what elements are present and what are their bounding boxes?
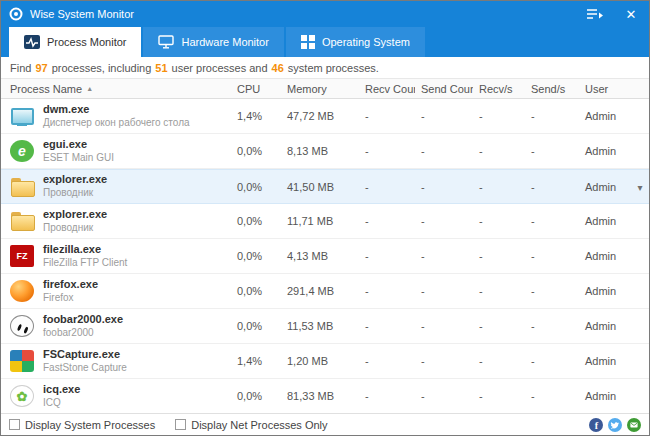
memory-value: 1,20 MB	[281, 355, 359, 367]
cpu-value: 0,0%	[231, 181, 281, 193]
process-name: icq.exe	[43, 383, 80, 397]
recv-per-s-value: -	[473, 145, 525, 157]
process-description: FastStone Capture	[43, 362, 127, 375]
folder-icon	[10, 209, 34, 233]
table-row[interactable]: icq.exe ICQ 0,0% 81,33 MB - - - - Admin …	[1, 379, 649, 413]
column-header-user[interactable]: User	[579, 83, 631, 95]
column-header-recv-count[interactable]: Recv Count	[359, 83, 415, 95]
recv-count-value: -	[359, 285, 415, 297]
tab-label: Hardware Monitor	[181, 36, 268, 48]
recv-per-s-value: -	[473, 285, 525, 297]
close-icon: ✕	[626, 7, 637, 22]
table-row[interactable]: FSCapture.exe FastStone Capture 1,4% 1,2…	[1, 344, 649, 379]
row-actions: ▾	[631, 320, 649, 332]
process-description: foobar2000	[43, 327, 123, 340]
process-name-cell: dwm.exe Диспетчер окон рабочего стола	[1, 103, 231, 129]
sort-asc-icon: ▲	[86, 85, 93, 92]
monitor-icon	[158, 35, 174, 49]
foobar-icon	[10, 315, 34, 337]
send-count-value: -	[415, 390, 473, 402]
recv-per-s-value: -	[473, 250, 525, 262]
send-per-s-value: -	[525, 355, 579, 367]
cpu-value: 1,4%	[231, 355, 281, 367]
display-system-processes-label: Display System Processes	[25, 419, 155, 431]
fscapture-icon	[10, 350, 34, 372]
cpu-value: 0,0%	[231, 250, 281, 262]
table-row[interactable]: explorer.exe Проводник 0,0% 11,71 MB - -…	[1, 204, 649, 239]
cpu-value: 0,0%	[231, 320, 281, 332]
cpu-value: 1,4%	[231, 110, 281, 122]
display-net-processes-checkbox[interactable]	[175, 419, 186, 430]
summary-text: processes, including	[52, 62, 152, 74]
user-process-count: 51	[155, 62, 167, 74]
tab-operating-system[interactable]: Operating System	[286, 27, 425, 57]
column-header-process-name[interactable]: Process Name ▲	[1, 83, 231, 95]
column-header-recv-s[interactable]: Recv/s	[473, 83, 525, 95]
table-row[interactable]: filezilla.exe FileZilla FTP Client 0,0% …	[1, 239, 649, 274]
table-header: Process Name ▲ CPU Memory Recv Count Sen…	[1, 79, 649, 99]
process-name-cell: egui.exe ESET Main GUI	[1, 138, 231, 164]
process-name-cell: icq.exe ICQ	[1, 383, 231, 409]
system-process-count: 46	[272, 62, 284, 74]
process-name: explorer.exe	[43, 208, 107, 222]
row-actions: ▾	[631, 145, 649, 157]
row-actions: ▾	[631, 250, 649, 262]
app-logo-icon	[9, 7, 23, 21]
recv-count-value: -	[359, 145, 415, 157]
recv-per-s-value: -	[473, 390, 525, 402]
process-list: dwm.exe Диспетчер окон рабочего стола 1,…	[1, 99, 649, 413]
summary-text: Find	[10, 62, 31, 74]
tab-hardware-monitor[interactable]: Hardware Monitor	[143, 27, 283, 57]
row-actions: ▾	[631, 285, 649, 297]
send-per-s-value: -	[525, 145, 579, 157]
user-value: Admin	[579, 181, 631, 193]
window-title: Wise System Monitor	[30, 8, 577, 20]
process-text: explorer.exe Проводник	[43, 173, 107, 199]
column-header-cpu[interactable]: CPU	[231, 83, 281, 95]
facebook-icon[interactable]: f	[589, 418, 603, 432]
send-count-value: -	[415, 320, 473, 332]
row-actions: ▾	[631, 390, 649, 402]
firefox-icon	[10, 280, 34, 302]
recv-per-s-value: -	[473, 110, 525, 122]
recv-count-value: -	[359, 320, 415, 332]
display-system-processes-checkbox[interactable]	[9, 419, 20, 430]
recv-count-value: -	[359, 110, 415, 122]
table-row[interactable]: explorer.exe Проводник 0,0% 41,50 MB - -…	[1, 169, 649, 204]
table-row[interactable]: egui.exe ESET Main GUI 0,0% 8,13 MB - - …	[1, 134, 649, 169]
icq-icon	[10, 385, 34, 407]
close-button[interactable]: ✕	[613, 1, 649, 27]
tab-process-monitor[interactable]: Process Monitor	[9, 27, 141, 57]
send-count-value: -	[415, 110, 473, 122]
total-process-count: 97	[35, 62, 47, 74]
chevron-down-icon[interactable]: ▾	[637, 182, 642, 193]
column-header-send-count[interactable]: Send Count	[415, 83, 473, 95]
table-row[interactable]: dwm.exe Диспетчер окон рабочего стола 1,…	[1, 99, 649, 134]
user-value: Admin	[579, 320, 631, 332]
send-per-s-value: -	[525, 110, 579, 122]
twitter-icon[interactable]	[608, 418, 622, 432]
process-description: Проводник	[43, 222, 107, 235]
process-description: Firefox	[43, 292, 98, 305]
email-icon[interactable]	[627, 418, 641, 432]
row-actions: ▾	[631, 181, 649, 193]
user-value: Admin	[579, 145, 631, 157]
process-text: foobar2000.exe foobar2000	[43, 313, 123, 339]
row-actions: ▾	[631, 215, 649, 227]
user-value: Admin	[579, 390, 631, 402]
folder-icon	[10, 175, 34, 199]
display-net-processes-label: Display Net Processes Only	[191, 419, 327, 431]
memory-value: 4,13 MB	[281, 250, 359, 262]
column-header-send-s[interactable]: Send/s	[525, 83, 579, 95]
table-row[interactable]: firefox.exe Firefox 0,0% 291,4 MB - - - …	[1, 274, 649, 309]
process-text: firefox.exe Firefox	[43, 278, 98, 304]
recv-per-s-value: -	[473, 181, 525, 193]
column-label: Process Name	[10, 83, 82, 95]
summary-text: system processes.	[288, 62, 379, 74]
menu-icon[interactable]	[577, 1, 613, 27]
recv-per-s-value: -	[473, 355, 525, 367]
dwm-icon	[10, 104, 34, 128]
column-header-memory[interactable]: Memory	[281, 83, 359, 95]
table-row[interactable]: foobar2000.exe foobar2000 0,0% 11,53 MB …	[1, 309, 649, 344]
process-name-cell: explorer.exe Проводник	[1, 173, 231, 199]
